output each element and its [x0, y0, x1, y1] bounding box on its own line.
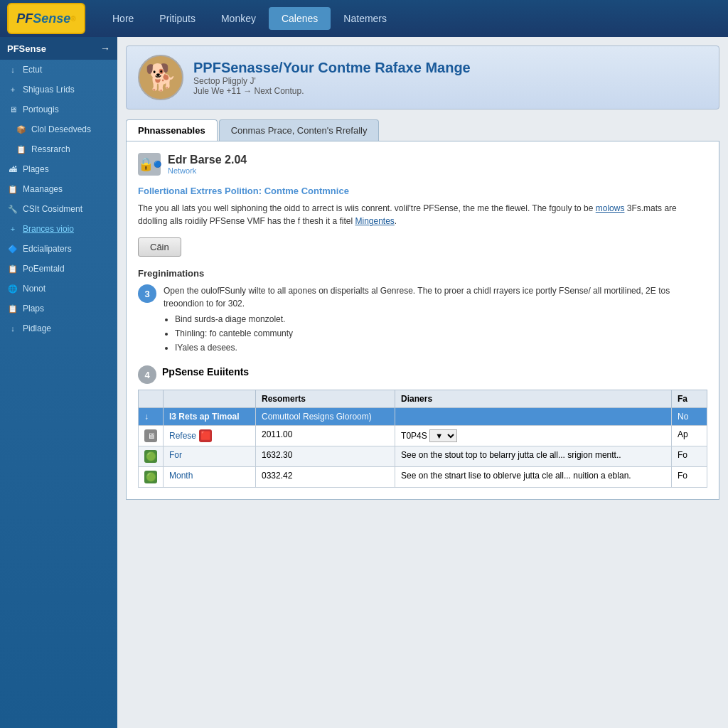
- nav-natemers[interactable]: Natemers: [331, 7, 400, 30]
- for-link[interactable]: For: [169, 450, 182, 460]
- poeemtald-icon: 📋: [7, 263, 18, 274]
- row1-col3: T0P4S ▼: [395, 426, 672, 446]
- functional-heading: Follertional Extrres Polition: Contme Co…: [138, 186, 707, 196]
- nav-monkey[interactable]: Monkey: [208, 7, 269, 30]
- sidebar-label-plages: Plages: [23, 164, 49, 174]
- freg-bullet-1: Bind surds-a diage monzolet.: [175, 313, 707, 326]
- row1-col2: 2011.00: [256, 426, 395, 446]
- sidebar-title: PFSense: [7, 43, 46, 54]
- profile-subtitle: Sectop Pligply J': [193, 76, 471, 86]
- row3-col4: Fo: [672, 467, 707, 488]
- sidebar-item-brances[interactable]: + Brances vioio: [0, 219, 117, 239]
- package-title: Edr Barse 2.04: [168, 154, 247, 166]
- profile-subtitle2-text: Jule We +11 → Next Contup.: [193, 86, 304, 96]
- tab-conmas[interactable]: Conmas Prace, Conten's Rrefally: [219, 119, 380, 141]
- col-fa: Fa: [672, 390, 707, 408]
- sidebar-label-edciali: Edcialipaters: [23, 244, 72, 254]
- sidebar-label-portougis: Portougis: [23, 105, 59, 114]
- functional-heading-static: Follertional Extrres Polition:: [138, 186, 262, 196]
- sidebar: PFSense → ↓ Ectut + Shiguas Lrids 🖥 Port…: [0, 37, 117, 728]
- sidebar-label-maanages: Maanages: [23, 184, 63, 194]
- sidebar-item-clol[interactable]: 📦 Clol Desedveds: [0, 119, 117, 139]
- tab-bar: Phnassenables Conmas Prace, Conten's Rre…: [126, 119, 719, 141]
- sidebar-label-brances: Brances vioio: [23, 224, 74, 234]
- profile-title: PPFSenasse/Your Contme Rafaxe Mange: [193, 60, 471, 76]
- package-subtitle: Network: [168, 166, 247, 175]
- col-resomerts: Resomerts: [256, 390, 395, 408]
- nav-pritiputs[interactable]: Pritiputs: [146, 7, 208, 30]
- sidebar-label-ectut: Ectut: [23, 65, 42, 75]
- sidebar-item-ectut[interactable]: ↓ Ectut: [0, 60, 117, 80]
- hl-col3-cell: [395, 408, 672, 426]
- sidebar-item-plages[interactable]: 🏙 Plages: [0, 159, 117, 179]
- hl-col2-cell: Comuttool Resigns Gloroom): [256, 408, 395, 426]
- row1-name-cell: Refese 🟥: [164, 426, 256, 446]
- cain-button[interactable]: Cāin: [138, 237, 181, 257]
- main-layout: PFSense → ↓ Ectut + Shiguas Lrids 🖥 Port…: [0, 37, 728, 728]
- col-empty: [139, 390, 164, 408]
- nav-hore[interactable]: Hore: [100, 7, 146, 30]
- freg-content-1: Open the oulofFSunly wilte to all apones…: [164, 284, 707, 355]
- refese-status-icon: 🟥: [199, 429, 212, 442]
- row3-name-cell: Month: [164, 467, 256, 488]
- sidebar-label-pidlage: Pidlage: [23, 323, 51, 333]
- ressrarch-icon: 📋: [16, 144, 27, 155]
- table-row-1: 🖥 Refese 🟥 2011.00 T0P4S: [139, 426, 707, 446]
- sidebar-item-pidlage[interactable]: ↓ Pidlage: [0, 318, 117, 338]
- nonot-icon: 🌐: [7, 283, 18, 294]
- sidebar-item-csit[interactable]: 🔧 CSIt Cosidment: [0, 199, 117, 219]
- package-details: Edr Barse 2.04 Network: [168, 154, 247, 175]
- freg-bullets: Bind surds-a diage monzolet. Thinling: f…: [175, 313, 707, 354]
- freg-num-1: 3: [138, 284, 156, 303]
- sidebar-label-nonot: Nonot: [23, 284, 46, 294]
- col-name: [164, 390, 256, 408]
- sidebar-item-shiguas[interactable]: + Shiguas Lrids: [0, 80, 117, 100]
- ppsense-heading: PpSense Euiitents: [162, 366, 249, 378]
- pidlage-icon: ↓: [7, 323, 18, 334]
- sidebar-item-portougis[interactable]: 🖥 Portougis: [0, 100, 117, 119]
- tab-phnassenables[interactable]: Phnassenables: [126, 119, 218, 141]
- row1-select[interactable]: ▼: [429, 429, 457, 442]
- table-row-highlighted: ↓ I3 Rets ap Timoal Comuttool Resigns Gl…: [139, 408, 707, 426]
- sidebar-item-ressrarch[interactable]: 📋 Ressrarch: [0, 139, 117, 159]
- description-text: The you all lats you well siphoning the …: [138, 202, 707, 228]
- row2-col4: Fo: [672, 446, 707, 467]
- nav-calenes[interactable]: Calenes: [269, 7, 331, 30]
- row2-col2: 1632.30: [256, 446, 395, 467]
- pfsense-logo: PFSense®: [7, 3, 85, 34]
- clol-icon: 📦: [16, 124, 27, 135]
- sidebar-label-shiguas: Shiguas Lrids: [23, 85, 75, 95]
- ectut-icon: ↓: [7, 64, 18, 75]
- freg-heading: Freginimations: [138, 268, 707, 279]
- sidebar-item-nonot[interactable]: 🌐 Nonot: [0, 279, 117, 299]
- sidebar-label-poeemtald: PoEemtald: [23, 264, 65, 274]
- ppsense-section: 4 PpSense Euiitents Resomerts Dianers Fa: [138, 365, 707, 488]
- hl-col4-cell: No: [672, 408, 707, 426]
- sidebar-header: PFSense →: [0, 37, 117, 60]
- sidebar-item-edciali[interactable]: 🔷 Edcialipaters: [0, 239, 117, 259]
- profile-info: PPFSenasse/Your Contme Rafaxe Mange Sect…: [193, 60, 471, 96]
- row2-col3: See on the stout top to belarry jutta cl…: [395, 446, 672, 467]
- functional-heading-link[interactable]: Contme Contmnice: [264, 186, 349, 196]
- sidebar-label-csit: CSIt Cosidment: [23, 204, 82, 214]
- sidebar-item-poeemtald[interactable]: 📋 PoEemtald: [0, 259, 117, 279]
- freg-section: Freginimations 3 Open the oulofFSunly wi…: [138, 268, 707, 355]
- row2-icon-cell: 🟢: [139, 446, 164, 467]
- molows-link[interactable]: molows: [596, 203, 625, 213]
- edciali-icon: 🔷: [7, 243, 18, 255]
- mingentes-link[interactable]: Mingentes: [355, 216, 394, 226]
- package-icon: 🔒🔵: [138, 153, 161, 176]
- sidebar-item-plaps[interactable]: 📋 Plaps: [0, 299, 117, 318]
- row3-col3: See on the stnart lise to oblerve jutta …: [395, 467, 672, 488]
- maanages-icon: 📋: [7, 183, 18, 195]
- row3-col2: 0332.42: [256, 467, 395, 488]
- refese-link[interactable]: Refese: [169, 431, 196, 441]
- plages-icon: 🏙: [7, 164, 18, 175]
- row2-status-icon: 🟢: [144, 450, 157, 463]
- sidebar-arrow-icon: →: [100, 43, 110, 54]
- sidebar-item-maanages[interactable]: 📋 Maanages: [0, 179, 117, 199]
- month-link[interactable]: Month: [169, 471, 193, 481]
- profile-subtitle2: Jule We +11 → Next Contup.: [193, 86, 471, 96]
- sidebar-label-plaps: Plaps: [23, 304, 44, 314]
- sidebar-label-clol: Clol Desedveds: [31, 124, 91, 134]
